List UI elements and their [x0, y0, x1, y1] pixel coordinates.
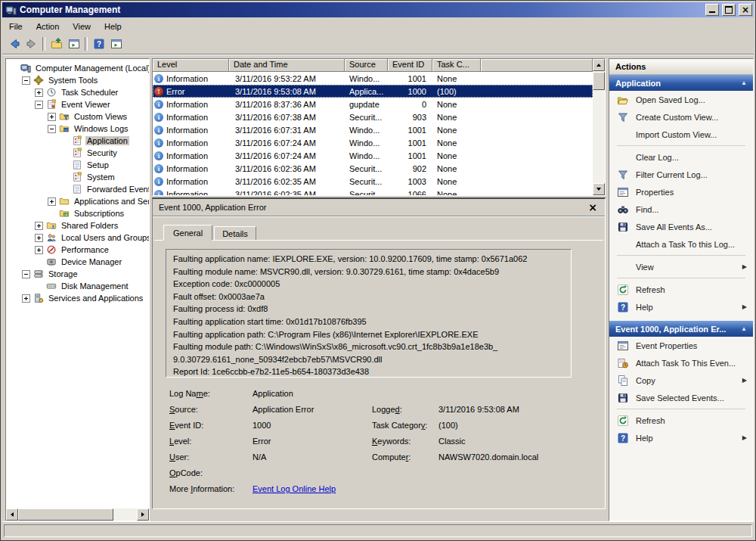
- action-filter-current-log[interactable]: Filter Current Log...: [609, 166, 753, 183]
- tree-item-application[interactable]: Application: [6, 135, 149, 147]
- tree-item-performance[interactable]: Performance: [6, 244, 149, 256]
- tree-item-shared-folders[interactable]: Shared Folders: [6, 219, 149, 232]
- action-copy[interactable]: Copy▶: [609, 372, 753, 389]
- table-row[interactable]: iInformation3/11/2016 6:02:36 AMSecurit.…: [153, 162, 593, 175]
- table-row[interactable]: iInformation3/11/2016 6:07:38 AMSecurit.…: [153, 110, 593, 123]
- tree-item-security[interactable]: Security: [6, 147, 149, 159]
- show-action-pane-button[interactable]: [107, 36, 125, 52]
- expander-plus-icon[interactable]: [35, 89, 43, 97]
- field-value-more-information[interactable]: Event Log Online Help: [253, 484, 336, 496]
- refresh-icon: [617, 415, 629, 427]
- column-header-task-c[interactable]: Task C...: [432, 59, 481, 72]
- menu-file[interactable]: File: [2, 20, 29, 33]
- tree-horizontal-scrollbar[interactable]: [6, 508, 149, 521]
- expander-minus-icon[interactable]: [22, 76, 30, 85]
- expander-minus-icon[interactable]: [35, 101, 43, 109]
- column-header-event-id[interactable]: Event ID: [388, 59, 432, 72]
- menu-view[interactable]: View: [66, 20, 98, 33]
- action-attach-task-to-this-even[interactable]: Attach Task To This Even...: [609, 354, 753, 372]
- table-row[interactable]: iInformation3/11/2016 6:02:35 AMSecurit.…: [153, 175, 593, 188]
- action-clear-log[interactable]: Clear Log...: [609, 148, 753, 166]
- tree-item-services-and-applications[interactable]: Services and Applications: [6, 292, 149, 304]
- action-find[interactable]: Find...: [609, 201, 753, 218]
- help-button[interactable]: [90, 36, 107, 52]
- tree-item-local-users-and-groups[interactable]: Local Users and Groups: [6, 232, 149, 244]
- expander-minus-icon[interactable]: [22, 270, 30, 278]
- action-create-custom-view[interactable]: Create Custom View...: [609, 108, 753, 126]
- scrollbar-track[interactable]: [113, 508, 137, 521]
- expander-plus-icon[interactable]: [35, 222, 43, 230]
- tree-item-subscriptions[interactable]: Subscriptions: [6, 207, 149, 219]
- table-row[interactable]: iInformation3/11/2016 6:07:31 AMWindo...…: [153, 123, 593, 136]
- scroll-up-button[interactable]: [593, 59, 605, 71]
- actions-section-header-event-1000-application-er[interactable]: Event 1000, Application Er...▲: [609, 321, 753, 337]
- action-properties[interactable]: Properties: [609, 183, 753, 201]
- tree-item-setup[interactable]: Setup: [6, 159, 149, 171]
- scroll-down-button[interactable]: [593, 183, 605, 195]
- action-view[interactable]: View▶: [609, 258, 753, 275]
- expander-plus-icon[interactable]: [48, 113, 56, 121]
- event-log-online-help-link[interactable]: Event Log Online Help: [253, 484, 336, 493]
- show-console-tree-button[interactable]: [48, 36, 65, 52]
- task-category-cell: None: [432, 74, 481, 83]
- expander-plus-icon[interactable]: [48, 197, 56, 206]
- tree-item-disk-management[interactable]: Disk Management: [6, 280, 149, 292]
- action-event-properties[interactable]: Event Properties: [609, 337, 753, 354]
- tab-general[interactable]: General: [163, 225, 212, 240]
- table-row[interactable]: iInformation3/11/2016 9:53:22 AMWindo...…: [153, 72, 593, 85]
- close-button[interactable]: ×: [739, 4, 752, 16]
- actions-section-header-application[interactable]: Application▲: [609, 75, 753, 91]
- action-attach-a-task-to-this-log[interactable]: Attach a Task To this Log...: [609, 235, 753, 253]
- action-help[interactable]: Help▶: [609, 429, 753, 446]
- tree-item-applications-and-servi[interactable]: Applications and Servi: [6, 195, 149, 207]
- action-open-saved-log[interactable]: Open Saved Log...: [609, 91, 753, 108]
- table-row[interactable]: iInformation3/11/2016 8:37:36 AMgupdate0…: [153, 98, 593, 110]
- tree-item-forwarded-events[interactable]: Forwarded Events: [6, 183, 149, 195]
- table-row[interactable]: iInformation3/11/2016 6:07:24 AMWindo...…: [153, 136, 593, 149]
- action-refresh[interactable]: Refresh: [609, 281, 753, 298]
- menu-help[interactable]: Help: [98, 20, 129, 33]
- scroll-right-button[interactable]: [137, 508, 149, 521]
- action-save-selected-events[interactable]: Save Selected Events...: [609, 389, 753, 406]
- chevron-up-icon[interactable]: ▲: [741, 325, 747, 332]
- maximize-button[interactable]: [722, 4, 736, 16]
- tree-item-task-scheduler[interactable]: Task Scheduler: [6, 86, 149, 98]
- console-window-button[interactable]: [65, 36, 82, 52]
- expander-plus-icon[interactable]: [35, 246, 43, 254]
- tree-item-system[interactable]: System: [6, 171, 149, 183]
- computer-management-icon: [5, 5, 17, 16]
- scroll-left-button[interactable]: [6, 508, 18, 521]
- action-import-custom-view[interactable]: Import Custom View...: [609, 126, 753, 143]
- back-button[interactable]: [5, 36, 23, 52]
- tab-details[interactable]: Details: [214, 226, 256, 240]
- tree-item-device-manager[interactable]: Device Manager: [6, 256, 149, 268]
- console-tree: Computer Management (Local)System ToolsT…: [6, 59, 149, 508]
- scrollbar-thumb[interactable]: [593, 72, 605, 90]
- tree-item-event-viewer[interactable]: Event Viewer: [6, 98, 149, 110]
- chevron-up-icon[interactable]: ▲: [741, 79, 747, 86]
- tree-item-custom-views[interactable]: Custom Views: [6, 110, 149, 123]
- action-refresh[interactable]: Refresh: [609, 412, 753, 429]
- column-header-date-and-time[interactable]: Date and Time: [229, 59, 345, 72]
- action-save-all-events-as[interactable]: Save All Events As...: [609, 218, 753, 235]
- column-header-source[interactable]: Source: [345, 59, 388, 72]
- table-row[interactable]: !Error3/11/2016 9:53:08 AMApplica...1000…: [153, 85, 593, 98]
- menu-action[interactable]: Action: [29, 20, 67, 33]
- expander-plus-icon[interactable]: [22, 294, 30, 303]
- column-header-level[interactable]: Level: [153, 59, 229, 72]
- minimize-button[interactable]: [705, 4, 719, 16]
- tree-item-system-tools[interactable]: System Tools: [6, 74, 149, 86]
- close-preview-button[interactable]: ×: [587, 202, 599, 213]
- tree-item-windows-logs[interactable]: Windows Logs: [6, 123, 149, 135]
- forward-button[interactable]: [23, 36, 40, 52]
- event-list-vertical-scrollbar[interactable]: [593, 59, 605, 195]
- field-label-computer: Computer:: [372, 452, 411, 465]
- table-row[interactable]: iInformation3/11/2016 6:02:35 AMSecurit.…: [153, 188, 593, 195]
- action-help[interactable]: Help▶: [609, 298, 753, 316]
- expander-plus-icon[interactable]: [35, 234, 43, 242]
- scrollbar-thumb[interactable]: [18, 508, 113, 521]
- table-row[interactable]: iInformation3/11/2016 6:07:24 AMWindo...…: [153, 149, 593, 162]
- tree-item-storage[interactable]: Storage: [6, 268, 149, 280]
- tree-item-computer-management-local[interactable]: Computer Management (Local): [6, 62, 149, 74]
- expander-minus-icon[interactable]: [48, 125, 56, 133]
